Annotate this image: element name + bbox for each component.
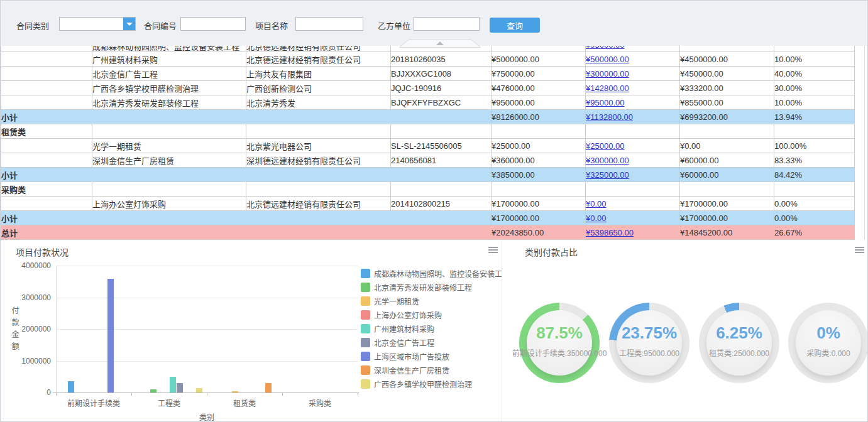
legend-item[interactable]: 光学一期租赁	[361, 294, 510, 308]
table-row: 总计¥20243850.00¥5398650.00¥14845200.0026.…	[1, 225, 855, 240]
legend-swatch	[361, 283, 370, 292]
legend-item[interactable]: 广州建筑材料采购	[361, 322, 510, 335]
paid-amount-link[interactable]: ¥25000.00	[586, 141, 624, 151]
y-axis-tick-label: 1000000	[12, 357, 51, 365]
table-row: 深圳金信生产厂房租赁深圳德远建材经销有限责任公司2140656081¥36000…	[1, 153, 855, 168]
legend-label: 光学一期租赁	[374, 296, 419, 306]
contract-number-input[interactable]	[180, 17, 246, 31]
legend-item[interactable]: 北京清芳秀发研发部装修工程	[361, 280, 510, 294]
y-axis-tick-label: 0	[12, 388, 51, 397]
legend-item[interactable]: 深圳金信生产厂房租赁	[361, 363, 510, 377]
donut-category-label: 租赁类:25000.000	[709, 347, 769, 358]
donut-inner-circle	[617, 310, 682, 376]
chart-menu-icon[interactable]	[488, 247, 498, 254]
y-axis-tick-label: 4000000	[12, 261, 51, 270]
paid-amount-link[interactable]: ¥0.00	[586, 199, 607, 208]
bar-北京金信广告工程	[177, 383, 183, 392]
donut-category-label: 工程类:95000.000	[619, 347, 679, 358]
legend-label: 深圳金信生产厂房租赁	[374, 365, 449, 376]
x-axis-category-label: 租赁类	[207, 398, 282, 408]
bar-chart-title: 项目付款状况	[16, 246, 69, 258]
legend-label: 广州建筑材料采购	[374, 323, 434, 334]
donut-category-label: 采购类:0.000	[806, 347, 850, 358]
legend-swatch	[361, 365, 370, 375]
legend-item[interactable]: 上海区域市场广告投放	[361, 349, 510, 363]
donut-percent-value: 6.25%	[699, 323, 779, 343]
donut-gauge: 6.25%租赁类:25000.000	[699, 303, 779, 383]
legend-label: 上海区域市场广告投放	[374, 351, 449, 362]
paid-amount-link[interactable]: ¥0.00	[586, 214, 607, 223]
paid-amount-link[interactable]: ¥325000.00	[586, 170, 629, 180]
paid-amount-link[interactable]: ¥300000.00	[586, 69, 629, 78]
table-row: 租赁类	[1, 124, 855, 139]
paid-amount-link[interactable]: ¥5398650.00	[586, 228, 634, 237]
table-row: 小计¥385000.00¥325000.00¥60000.0084.42%	[1, 168, 855, 182]
legend-item[interactable]: 成都森林动物园照明、监控设备安装工程	[361, 266, 510, 280]
donut-percent-value: 87.5%	[519, 323, 600, 343]
gridline	[56, 329, 358, 330]
paid-amount-link[interactable]: ¥95000.00	[586, 98, 624, 107]
donut-inner-circle	[796, 310, 861, 376]
category-ratio-panel: 类别付款占比 87.5%前期设计手续类:350000.00023.75%工程类:…	[502, 240, 868, 421]
paid-amount-link[interactable]: ¥142800.00	[586, 84, 629, 93]
donut-percent-value: 23.75%	[609, 323, 689, 343]
bar-北京清芳秀发研发部装修工程	[150, 389, 157, 392]
bar-深圳金信生产厂房租赁	[265, 383, 272, 392]
legend-label: 北京清芳秀发研发部装修工程	[374, 282, 472, 293]
contracts-table-body: 成都森林动物园照明、监控设备安装工程北京德远建材经销有限责任公司¥95000.0…	[1, 46, 855, 240]
table-row: 广西各乡镇学校甲醛检测治理广西创新检测公司JQJC-190916¥476000.…	[1, 81, 855, 95]
paid-amount-link[interactable]: ¥95000.00	[586, 46, 624, 50]
party-b-label: 乙方单位	[378, 19, 410, 31]
paid-amount-link[interactable]: ¥300000.00	[586, 156, 629, 165]
legend-label: 北京金信广告工程	[374, 337, 434, 348]
legend-swatch	[361, 310, 370, 320]
donut-category-label: 前期设计手续类:350000.000	[512, 347, 607, 358]
bar-光学一期租赁	[232, 391, 238, 392]
table-row: 小计¥1700000.00¥0.00¥1700000.000.00%	[1, 211, 855, 225]
table-row: 北京金信广告工程上海共友有限集团BJJXXXGC1008¥750000.00¥3…	[1, 67, 855, 81]
paid-amount-link[interactable]: ¥500000.00	[586, 55, 629, 64]
x-axis-tick	[207, 393, 207, 396]
payment-bar-chart-panel: 项目付款状况 付款金额 类别 成都森林动物园照明、监控设备安装工程北京清芳秀发研…	[1, 240, 502, 421]
bar-广西各乡镇学校甲醛检测治理	[196, 388, 202, 392]
chevron-down-icon[interactable]	[123, 18, 135, 30]
table-row: 广州建筑材料采购北京德远建材经销有限责任公司201810260035¥50000…	[1, 52, 855, 67]
chart-menu-icon[interactable]	[855, 247, 864, 254]
y-axis-tick-label: 3000000	[12, 293, 51, 302]
party-b-input[interactable]	[414, 17, 480, 31]
donut-gauge: 87.5%前期设计手续类:350000.000	[519, 303, 600, 383]
bar-广州建筑材料采购	[170, 377, 176, 392]
x-axis-tick	[131, 393, 132, 396]
project-name-input[interactable]	[295, 17, 363, 31]
gridline	[56, 361, 358, 362]
donut-percent-value: 0%	[788, 323, 868, 343]
contract-category-select[interactable]	[59, 17, 136, 31]
gridline	[56, 298, 358, 298]
donut-inner-circle	[527, 310, 592, 376]
table-row: 成都森林动物园照明、监控设备安装工程北京德远建材经销有限责任公司¥95000.0…	[1, 46, 855, 52]
donut-inner-circle	[706, 310, 772, 376]
y-axis-tick-label: 2000000	[12, 325, 51, 333]
legend-swatch	[361, 352, 370, 361]
legend-swatch	[361, 379, 370, 389]
x-axis-category-label: 工程类	[131, 398, 207, 408]
x-axis-tick	[358, 393, 358, 396]
legend-item[interactable]: 北京金信广告工程	[361, 335, 510, 349]
x-axis-category-label: 采购类	[282, 398, 358, 408]
table-row: 上海办公室灯饰采购北京德远建材经销有限责任公司2014102800215¥170…	[1, 197, 855, 211]
table-row: 小计¥8126000.00¥1132800.00¥6993200.0013.94…	[1, 110, 855, 124]
legend-swatch	[361, 269, 370, 278]
table-row: 光学一期租赁北京紫光电器公司SL-SL-2145506005¥25000.00¥…	[1, 139, 855, 153]
query-button[interactable]: 查询	[490, 18, 540, 33]
donut-gauge: 0%采购类:0.000	[788, 303, 868, 383]
legend-item[interactable]: 广西各乡镇学校甲醛检测治理	[361, 377, 510, 391]
gridline	[56, 266, 358, 266]
bar-上海区域市场广告投放	[107, 279, 114, 392]
project-name-label: 项目名称	[255, 19, 288, 31]
legend-item[interactable]: 上海办公室灯饰采购	[361, 308, 510, 322]
contract-category-label: 合同类别	[16, 19, 49, 31]
bar-成都森林动物园照明、监控设备安装工程	[68, 381, 74, 392]
paid-amount-link[interactable]: ¥1132800.00	[586, 112, 633, 122]
table-row: 北京清芳秀发研发部装修工程北京清芳秀发BJQFXFYFBZXGC¥950000.…	[1, 95, 855, 110]
donut-gauge: 23.75%工程类:95000.000	[609, 303, 689, 383]
